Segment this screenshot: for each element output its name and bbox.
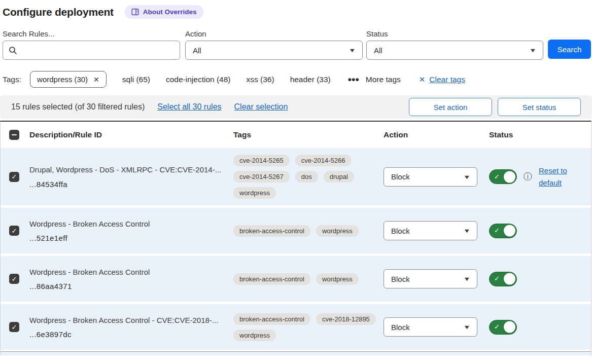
status-filter-label: Status bbox=[366, 29, 543, 38]
rule-tags: broken-access-controlcve-2018-12895wordp… bbox=[233, 313, 376, 341]
search-rules-label: Search Rules... bbox=[3, 29, 180, 38]
rule-action-select[interactable]: Block ▼ bbox=[384, 167, 477, 187]
rule-tags: cve-2014-5265cve-2014-5266cve-2014-5267d… bbox=[233, 155, 376, 199]
tags-label: Tags: bbox=[3, 75, 21, 84]
table-row: ✓ Wordpress - Broken Access Control - CV… bbox=[1, 304, 591, 350]
more-tags-label: More tags bbox=[366, 75, 401, 84]
row-checkbox[interactable]: ✓ bbox=[9, 172, 19, 182]
table-row: ✓ Drupal, Wordpress - DoS - XMLRPC - CVE… bbox=[1, 148, 591, 205]
selected-tag-label: wordpress (30) bbox=[37, 75, 88, 84]
chevron-down-icon: ▼ bbox=[349, 47, 356, 53]
rule-action-select[interactable]: Block ▼ bbox=[384, 269, 477, 288]
tag-option[interactable]: xss (36) bbox=[247, 75, 274, 84]
clear-selection-link[interactable]: Clear selection bbox=[234, 102, 288, 112]
tag-pill: wordpress bbox=[233, 330, 276, 341]
clear-tags-label: Clear tags bbox=[429, 75, 465, 84]
rules-table: Description/Rule ID Tags Action Status ✓… bbox=[0, 121, 591, 355]
table-header: Description/Rule ID Tags Action Status bbox=[1, 122, 591, 148]
tags-bar: Tags: wordpress (30) ✕ sqli (65)code-inj… bbox=[3, 71, 465, 88]
row-checkbox[interactable]: ✓ bbox=[9, 274, 19, 284]
tag-pill: cve-2014-5266 bbox=[295, 155, 352, 166]
rule-id: ...84534ffa bbox=[29, 180, 225, 189]
rule-id: ...86aa4371 bbox=[29, 282, 225, 290]
status-filter-select[interactable]: All ▼ bbox=[366, 41, 543, 60]
check-icon: ✓ bbox=[494, 323, 500, 331]
rule-tags: broken-access-controlwordpress bbox=[233, 273, 376, 285]
action-filter-value: All bbox=[193, 46, 201, 55]
rule-action-select[interactable]: Block ▼ bbox=[384, 317, 477, 337]
reset-to-default-link[interactable]: Reset to default bbox=[539, 165, 571, 189]
search-input[interactable] bbox=[22, 41, 174, 59]
status-filter-value: All bbox=[374, 46, 382, 55]
rule-id: ...6e3897dc bbox=[29, 330, 225, 339]
select-all-rules-link[interactable]: Select all 30 rules bbox=[157, 102, 221, 112]
filters-row: Search Rules... Action All ▼ Status All … bbox=[0, 29, 592, 59]
clear-tags-link[interactable]: ✕ Clear tags bbox=[419, 75, 465, 84]
set-status-button[interactable]: Set status bbox=[498, 98, 581, 116]
column-header-action: Action bbox=[384, 130, 489, 139]
about-overrides-label: About Overrides bbox=[143, 8, 197, 16]
page-header: Configure deployment About Overrides bbox=[3, 5, 203, 19]
rule-action-select[interactable]: Block ▼ bbox=[384, 221, 477, 240]
search-icon bbox=[9, 46, 17, 55]
search-button[interactable]: Search bbox=[548, 40, 591, 59]
chevron-down-icon: ▼ bbox=[529, 47, 537, 53]
rule-description: Wordpress - Broken Access Control bbox=[29, 219, 225, 229]
toggle-knob bbox=[504, 225, 515, 237]
column-header-tags: Tags bbox=[233, 130, 384, 139]
tag-options: sqli (65)code-injection (48)xss (36)head… bbox=[107, 75, 331, 84]
check-icon: ✓ bbox=[494, 227, 500, 234]
table-row: ✓ Wordpress - Broken Access Control ...8… bbox=[1, 256, 591, 302]
rule-action-value: Block bbox=[391, 323, 410, 332]
more-tags-button[interactable]: ••• More tags bbox=[348, 75, 401, 84]
rule-action-value: Block bbox=[391, 227, 410, 235]
tag-pill: wordpress bbox=[316, 273, 359, 285]
rule-id: ...521e1eff bbox=[29, 234, 225, 242]
table-body: ✓ Drupal, Wordpress - DoS - XMLRPC - CVE… bbox=[1, 148, 591, 350]
rule-action-value: Block bbox=[391, 172, 410, 181]
rule-description: Drupal, Wordpress - DoS - XMLRPC - CVE:C… bbox=[29, 165, 225, 175]
status-toggle[interactable]: ✓ bbox=[489, 320, 517, 335]
selected-tag-wordpress[interactable]: wordpress (30) ✕ bbox=[30, 71, 107, 88]
selection-summary: 15 rules selected (of 30 filtered rules) bbox=[11, 102, 145, 112]
set-action-button[interactable]: Set action bbox=[409, 98, 492, 116]
action-filter-label: Action bbox=[185, 29, 363, 38]
status-toggle[interactable]: ✓ bbox=[489, 169, 517, 184]
tag-pill: wordpress bbox=[233, 187, 276, 199]
column-header-status: Status bbox=[489, 130, 591, 139]
tag-option[interactable]: code-injection (48) bbox=[166, 75, 231, 84]
tag-option[interactable]: header (33) bbox=[290, 75, 331, 84]
chevron-down-icon: ▼ bbox=[463, 324, 471, 330]
status-toggle[interactable]: ✓ bbox=[489, 224, 517, 238]
search-rules-group: Search Rules... bbox=[3, 29, 180, 60]
info-icon[interactable]: ⓘ bbox=[524, 172, 532, 181]
table-row: ✓ Wordpress - Broken Access Control ...5… bbox=[1, 208, 591, 253]
select-all-checkbox[interactable] bbox=[9, 130, 19, 140]
next-row-sliver bbox=[1, 352, 591, 355]
tag-pill: broken-access-control bbox=[233, 273, 310, 285]
tag-pill: broken-access-control bbox=[233, 313, 310, 325]
rule-action-value: Block bbox=[391, 275, 410, 283]
row-checkbox[interactable]: ✓ bbox=[9, 322, 19, 332]
status-toggle[interactable]: ✓ bbox=[489, 272, 517, 286]
ellipsis-icon: ••• bbox=[348, 77, 359, 82]
about-overrides-badge[interactable]: About Overrides bbox=[125, 5, 203, 19]
tag-option[interactable]: sqli (65) bbox=[122, 75, 150, 84]
tag-pill: cve-2014-5265 bbox=[233, 155, 290, 166]
search-input-wrapper bbox=[3, 41, 180, 60]
column-header-description: Description/Rule ID bbox=[29, 130, 233, 139]
close-icon: ✕ bbox=[419, 75, 426, 84]
row-checkbox[interactable]: ✓ bbox=[9, 226, 19, 236]
tag-pill: wordpress bbox=[316, 225, 359, 237]
tag-pill: cve-2014-5267 bbox=[233, 171, 290, 183]
action-filter-group: Action All ▼ bbox=[185, 29, 363, 60]
tag-pill: cve-2018-12895 bbox=[316, 313, 376, 325]
chevron-down-icon: ▼ bbox=[463, 228, 471, 234]
check-icon: ✓ bbox=[494, 173, 500, 180]
tag-pill: broken-access-control bbox=[233, 225, 310, 237]
tag-pill: dos bbox=[295, 171, 318, 183]
remove-tag-icon[interactable]: ✕ bbox=[93, 76, 99, 84]
check-icon: ✓ bbox=[494, 275, 500, 282]
toggle-knob bbox=[504, 273, 515, 285]
action-filter-select[interactable]: All ▼ bbox=[185, 41, 363, 60]
